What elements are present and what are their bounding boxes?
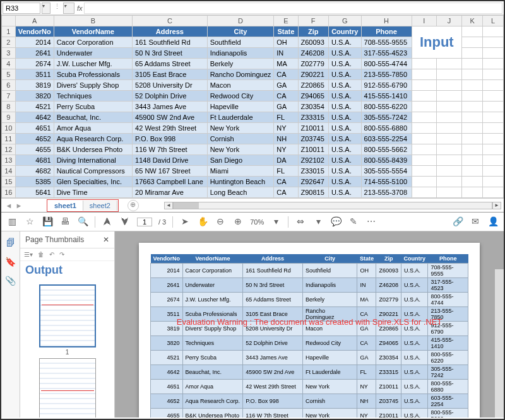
hand-icon[interactable]: ✋ [197, 216, 208, 228]
cell[interactable]: 5385 [15, 177, 54, 187]
cell[interactable] [483, 26, 504, 37]
cell[interactable]: Berkely [207, 59, 274, 69]
row-header[interactable]: 10 [2, 123, 16, 134]
cell[interactable]: U.S.A. [328, 155, 361, 166]
cell[interactable]: Z92102 [298, 155, 328, 166]
cell[interactable] [462, 144, 483, 155]
scroll-right-icon[interactable]: ► [492, 202, 501, 209]
attachments-tab-icon[interactable]: 📎 [5, 276, 16, 286]
cell[interactable]: 65 NW 167 Street [133, 166, 208, 177]
sheet-tab[interactable]: sheet2 [83, 201, 117, 211]
cell[interactable]: 213-555-3708 [361, 187, 412, 198]
cell[interactable]: Z33015 [298, 166, 328, 177]
cell[interactable]: 3443 James Ave [133, 102, 208, 112]
cell[interactable]: 708-555-9555 [361, 37, 412, 48]
cell[interactable] [483, 134, 504, 144]
page-number-input[interactable] [137, 218, 152, 226]
cell[interactable]: U.S.A. [328, 112, 361, 123]
cell[interactable]: New York [207, 123, 274, 134]
cell[interactable] [462, 177, 483, 187]
cell[interactable]: New York [207, 144, 274, 155]
cell[interactable] [462, 198, 483, 199]
cell[interactable] [437, 187, 462, 198]
cell[interactable] [207, 198, 274, 199]
view-mode-dropdown-icon[interactable]: ▾ [312, 216, 324, 228]
cell[interactable] [412, 166, 436, 177]
cell[interactable]: 415-555-1410 [361, 91, 412, 102]
table-header-cell[interactable]: VendorNo [15, 26, 54, 37]
cell[interactable]: NY [274, 123, 298, 134]
cell[interactable]: Z46208 [298, 48, 328, 59]
cell[interactable] [412, 198, 436, 199]
dropdown-icon[interactable]: ▾ [63, 3, 74, 14]
vertical-dots-icon[interactable]: ⋮ [52, 3, 62, 14]
row-header[interactable]: 5 [2, 69, 16, 80]
cell[interactable] [437, 166, 462, 177]
cell[interactable]: GA [274, 102, 298, 112]
cell[interactable] [483, 144, 504, 155]
cell[interactable]: CA [274, 177, 298, 187]
table-header-cell[interactable]: City [207, 26, 274, 37]
cell[interactable]: Underwater [54, 48, 132, 59]
row-header[interactable]: 6 [2, 80, 16, 91]
cell[interactable]: DA [274, 155, 298, 166]
cell[interactable] [462, 134, 483, 144]
cell[interactable]: 305-555-5554 [361, 166, 412, 177]
row-header[interactable]: 9 [2, 112, 16, 123]
highlight-icon[interactable]: ✎ [348, 216, 359, 228]
column-header[interactable]: C [133, 16, 208, 26]
cell[interactable]: Z33315 [298, 112, 328, 123]
cell[interactable]: Divers' Supply Shop [54, 80, 132, 91]
cell[interactable]: 2014 [15, 37, 54, 48]
cell[interactable] [462, 80, 483, 91]
cell[interactable] [483, 123, 504, 134]
cell[interactable] [437, 112, 462, 123]
cell[interactable] [462, 102, 483, 112]
cell[interactable]: 3105 East Brace [133, 69, 208, 80]
cell[interactable] [462, 91, 483, 102]
cell[interactable]: IN [274, 48, 298, 59]
cell[interactable] [412, 59, 436, 69]
cell[interactable]: U.S.A. [328, 102, 361, 112]
cell[interactable]: 213-555-7850 [361, 69, 412, 80]
cell[interactable]: Macon [207, 80, 274, 91]
column-header[interactable]: L [483, 16, 504, 26]
cell[interactable] [412, 187, 436, 198]
cell[interactable] [462, 166, 483, 177]
cell[interactable]: Ft Lauderdale [207, 112, 274, 123]
save-icon[interactable]: 💾 [42, 216, 53, 228]
column-header[interactable]: G [328, 16, 361, 26]
cell[interactable]: Cacor Corporation [54, 37, 132, 48]
cell[interactable]: 305-555-7242 [361, 112, 412, 123]
cell[interactable]: CA [274, 69, 298, 80]
cell[interactable] [437, 123, 462, 134]
cell[interactable]: Z92647 [298, 177, 328, 187]
cell[interactable]: Southfield [207, 37, 274, 48]
cell[interactable] [462, 112, 483, 123]
cell[interactable] [483, 166, 504, 177]
fit-width-icon[interactable]: ⇔ [295, 216, 306, 228]
cell[interactable]: 45900 SW 2nd Ave [133, 112, 208, 123]
cell[interactable]: Z90815 [298, 187, 328, 198]
cell[interactable] [274, 198, 298, 199]
row-header[interactable]: 14 [2, 166, 16, 177]
horizontal-scrollbar[interactable]: ◄ ► [164, 202, 501, 209]
cell[interactable]: Perry Scuba [54, 102, 132, 112]
cell[interactable]: Indianapolis [207, 48, 274, 59]
cell[interactable]: U.S.A. [328, 134, 361, 144]
scroll-thumb[interactable] [495, 231, 504, 269]
cell[interactable]: GA [274, 80, 298, 91]
column-header[interactable]: A [15, 16, 54, 26]
cell[interactable] [483, 80, 504, 91]
cell[interactable] [483, 48, 504, 59]
cell[interactable]: FL [274, 112, 298, 123]
email-icon[interactable]: ✉ [470, 216, 481, 228]
cell[interactable] [437, 134, 462, 144]
cell[interactable]: 52 Dolphin Drive [133, 91, 208, 102]
cell[interactable]: U.S.A. [328, 91, 361, 102]
cell[interactable] [437, 91, 462, 102]
cell[interactable] [483, 37, 504, 48]
row-header[interactable]: 16 [2, 187, 16, 198]
cell[interactable] [437, 177, 462, 187]
table-header-cell[interactable]: VendorName [54, 26, 132, 37]
